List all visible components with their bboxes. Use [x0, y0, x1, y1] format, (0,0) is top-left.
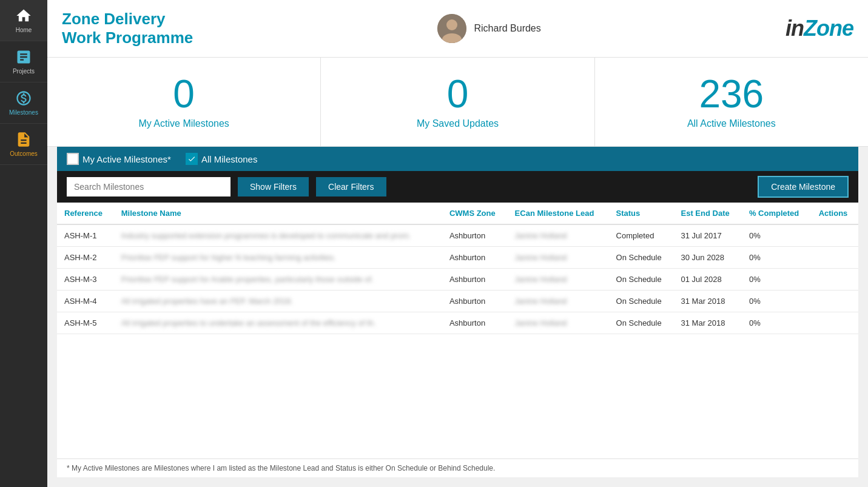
cell-ecan-lead: Janine Holland	[508, 269, 609, 291]
stat-all-active-number: 236	[699, 75, 764, 113]
cell-milestone-name: All irrigated properties to undertake an…	[114, 312, 442, 334]
footer-note: * My Active Milestones are Milestones wh…	[57, 458, 858, 477]
cell-est-end-date: 31 Jul 2017	[674, 224, 742, 247]
cell-reference: ASH-M-5	[57, 312, 114, 334]
stat-my-saved: 0 My Saved Updates	[321, 58, 594, 146]
stat-my-saved-number: 0	[447, 75, 469, 113]
col-status: Status	[609, 203, 674, 224]
page-title: Zone Delivery Work Programme	[62, 10, 193, 47]
cell-cwms-zone: Ashburton	[442, 269, 508, 291]
cell-status: On Schedule	[609, 312, 674, 334]
checkbox-all-milestones-box[interactable]	[186, 153, 198, 165]
cell-actions	[812, 224, 858, 247]
cell-reference: ASH-M-3	[57, 269, 114, 291]
table-header-row: Reference Milestone Name CWMS Zone ECan …	[57, 203, 858, 224]
cell-ecan-lead: Janine Holland	[508, 312, 609, 334]
stat-all-active-label: All Active Milestones	[687, 118, 776, 129]
avatar	[437, 14, 466, 43]
cell-pct-completed: 0%	[742, 247, 812, 269]
cell-reference: ASH-M-1	[57, 224, 114, 247]
cell-cwms-zone: Ashburton	[442, 247, 508, 269]
filter-checkboxes: My Active Milestones* All Milestones	[67, 153, 257, 165]
stat-my-active-label: My Active Milestones	[138, 118, 229, 129]
col-actions: Actions	[812, 203, 858, 224]
cell-ecan-lead: Janine Holland	[508, 247, 609, 269]
cell-actions	[812, 291, 858, 312]
user-name: Richard Burdes	[474, 23, 540, 34]
cell-pct-completed: 0%	[742, 312, 812, 334]
cell-ecan-lead: Janine Holland	[508, 291, 609, 312]
svg-point-1	[446, 19, 457, 30]
sidebar-item-home[interactable]: Home	[0, 0, 47, 41]
cell-ecan-lead: Janine Holland	[508, 224, 609, 247]
milestones-table: Reference Milestone Name CWMS Zone ECan …	[57, 203, 858, 458]
main-content: Zone Delivery Work Programme Richard Bur…	[47, 0, 868, 487]
col-reference: Reference	[57, 203, 114, 224]
cell-status: Completed	[609, 224, 674, 247]
cell-est-end-date: 01 Jul 2028	[674, 269, 742, 291]
cell-status: On Schedule	[609, 291, 674, 312]
col-pct-completed: % Completed	[742, 203, 812, 224]
table-row: ASH-M-5 All irrigated properties to unde…	[57, 312, 858, 334]
clear-filters-button[interactable]: Clear Filters	[316, 177, 386, 196]
header: Zone Delivery Work Programme Richard Bur…	[47, 0, 868, 58]
checkbox-all-milestones-label: All Milestones	[201, 154, 258, 164]
sidebar-outcomes-label: Outcomes	[10, 150, 38, 157]
cell-pct-completed: 0%	[742, 291, 812, 312]
stats-row: 0 My Active Milestones 0 My Saved Update…	[47, 58, 868, 147]
checkbox-my-active[interactable]: My Active Milestones*	[67, 153, 171, 165]
cell-status: On Schedule	[609, 247, 674, 269]
table-area: My Active Milestones* All Milestones Sho…	[57, 147, 858, 477]
cell-actions	[812, 269, 858, 291]
table-row: ASH-M-3 Prioritise FEP support for Arabl…	[57, 269, 858, 291]
search-input[interactable]	[67, 177, 230, 196]
sidebar-item-projects[interactable]: Projects	[0, 41, 47, 82]
sidebar-milestones-label: Milestones	[9, 109, 38, 116]
col-ecan-lead: ECan Milestone Lead	[508, 203, 609, 224]
col-est-end-date: Est End Date	[674, 203, 742, 224]
cell-milestone-name: Industry supported extension programmes …	[114, 224, 442, 247]
cell-pct-completed: 0%	[742, 224, 812, 247]
checkbox-all-milestones[interactable]: All Milestones	[186, 153, 258, 165]
checkbox-my-active-box[interactable]	[67, 153, 79, 165]
create-milestone-button[interactable]: Create Milestone	[758, 176, 849, 198]
stat-all-active: 236 All Active Milestones	[595, 58, 868, 146]
cell-cwms-zone: Ashburton	[442, 312, 508, 334]
table-row: ASH-M-2 Prioritise FEP support for highe…	[57, 247, 858, 269]
header-title-block: Zone Delivery Work Programme	[62, 10, 193, 47]
sidebar-item-milestones[interactable]: Milestones	[0, 82, 47, 124]
user-profile: Richard Burdes	[437, 14, 540, 43]
stat-my-saved-label: My Saved Updates	[417, 118, 499, 129]
table-row: ASH-M-1 Industry supported extension pro…	[57, 224, 858, 247]
stat-my-active: 0 My Active Milestones	[47, 58, 321, 146]
col-cwms-zone: CWMS Zone	[442, 203, 508, 224]
table-toolbar: My Active Milestones* All Milestones	[57, 147, 858, 171]
sidebar-item-outcomes[interactable]: Outcomes	[0, 124, 47, 165]
sidebar-home-label: Home	[16, 27, 32, 33]
cell-reference: ASH-M-2	[57, 247, 114, 269]
cell-est-end-date: 31 Mar 2018	[674, 312, 742, 334]
cell-milestone-name: Prioritise FEP support for higher N leac…	[114, 247, 442, 269]
stat-my-active-number: 0	[173, 75, 195, 113]
cell-cwms-zone: Ashburton	[442, 224, 508, 247]
sidebar-projects-label: Projects	[13, 68, 35, 75]
cell-milestone-name: Prioritise FEP support for Arable proper…	[114, 269, 442, 291]
cell-reference: ASH-M-4	[57, 291, 114, 312]
checkbox-my-active-label: My Active Milestones*	[82, 154, 171, 164]
search-row: Show Filters Clear Filters Create Milest…	[57, 171, 858, 203]
cell-actions	[812, 312, 858, 334]
cell-est-end-date: 31 Mar 2018	[674, 291, 742, 312]
table-row: ASH-M-4 All irrigated properties have an…	[57, 291, 858, 312]
cell-actions	[812, 247, 858, 269]
cell-cwms-zone: Ashburton	[442, 291, 508, 312]
col-milestone-name: Milestone Name	[114, 203, 442, 224]
inzone-logo: inZone	[786, 16, 853, 41]
cell-est-end-date: 30 Jun 2028	[674, 247, 742, 269]
cell-status: On Schedule	[609, 269, 674, 291]
cell-pct-completed: 0%	[742, 269, 812, 291]
sidebar: Home Projects Milestones Outcomes	[0, 0, 47, 487]
cell-milestone-name: All irrigated properties have an FEP. Ma…	[114, 291, 442, 312]
show-filters-button[interactable]: Show Filters	[238, 177, 309, 196]
